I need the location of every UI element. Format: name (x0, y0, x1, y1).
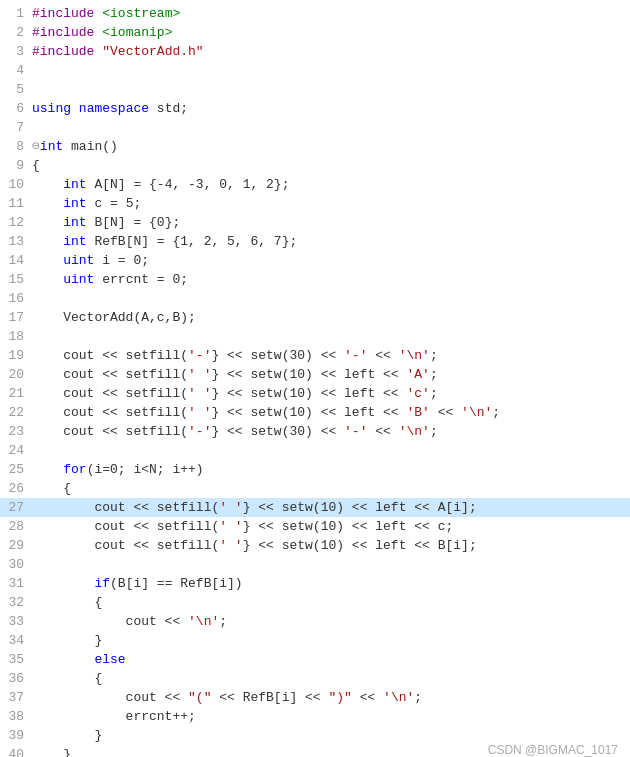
code-line: 17 VectorAdd(A,c,B); (0, 308, 630, 327)
line-number: 5 (0, 80, 32, 99)
code-line: 26 { (0, 479, 630, 498)
code-line: 12 int B[N] = {0}; (0, 213, 630, 232)
line-content: cout << setfill(' '} << setw(10) << left… (32, 498, 630, 517)
code-line: 5 (0, 80, 630, 99)
line-content: { (32, 669, 630, 688)
line-number: 12 (0, 213, 32, 232)
line-number: 40 (0, 745, 32, 757)
line-number: 1 (0, 4, 32, 23)
code-line: 37 cout << "(" << RefB[i] << ")" << '\n'… (0, 688, 630, 707)
line-number: 14 (0, 251, 32, 270)
line-number: 15 (0, 270, 32, 289)
line-number: 7 (0, 118, 32, 137)
code-line: 11 int c = 5; (0, 194, 630, 213)
line-number: 8 (0, 137, 32, 156)
line-number: 32 (0, 593, 32, 612)
line-content: cout << setfill(' '} << setw(10) << left… (32, 536, 630, 555)
code-line: 21 cout << setfill(' '} << setw(10) << l… (0, 384, 630, 403)
code-container: 1#include <iostream>2#include <iomanip>3… (0, 0, 630, 757)
line-number: 36 (0, 669, 32, 688)
line-number: 2 (0, 23, 32, 42)
line-content: if(B[i] == RefB[i]) (32, 574, 630, 593)
line-content: #include <iomanip> (32, 23, 630, 42)
code-line: 25 for(i=0; i<N; i++) (0, 460, 630, 479)
line-content: for(i=0; i<N; i++) (32, 460, 630, 479)
code-line: 16 (0, 289, 630, 308)
line-number: 21 (0, 384, 32, 403)
line-number: 4 (0, 61, 32, 80)
watermark-text: CSDN @BIGMAC_1017 (488, 741, 618, 757)
line-number: 17 (0, 308, 32, 327)
line-number: 28 (0, 517, 32, 536)
line-number: 27 (0, 498, 32, 517)
line-content: uint errcnt = 0; (32, 270, 630, 289)
line-number: 22 (0, 403, 32, 422)
code-line: 33 cout << '\n'; (0, 612, 630, 631)
code-line: 27 cout << setfill(' '} << setw(10) << l… (0, 498, 630, 517)
code-line: 9{ (0, 156, 630, 175)
code-line: 36 { (0, 669, 630, 688)
line-number: 33 (0, 612, 32, 631)
code-line: 23 cout << setfill('-'} << setw(30) << '… (0, 422, 630, 441)
code-line: 30 (0, 555, 630, 574)
code-line: 1#include <iostream> (0, 4, 630, 23)
line-number: 34 (0, 631, 32, 650)
line-number: 11 (0, 194, 32, 213)
line-content: uint i = 0; (32, 251, 630, 270)
code-line: 3#include "VectorAdd.h" (0, 42, 630, 61)
line-content: { (32, 479, 630, 498)
line-content: { (32, 156, 630, 175)
code-line: 2#include <iomanip> (0, 23, 630, 42)
line-content: { (32, 593, 630, 612)
line-number: 18 (0, 327, 32, 346)
line-content: else (32, 650, 630, 669)
line-content: cout << setfill('-'} << setw(30) << '-' … (32, 422, 630, 441)
line-number: 37 (0, 688, 32, 707)
line-content: } (32, 631, 630, 650)
line-number: 13 (0, 232, 32, 251)
code-line: 28 cout << setfill(' '} << setw(10) << l… (0, 517, 630, 536)
line-number: 24 (0, 441, 32, 460)
line-number: 20 (0, 365, 32, 384)
line-content: cout << setfill('-'} << setw(30) << '-' … (32, 346, 630, 365)
line-number: 35 (0, 650, 32, 669)
code-line: 38 errcnt++; (0, 707, 630, 726)
code-line: 22 cout << setfill(' '} << setw(10) << l… (0, 403, 630, 422)
line-number: 6 (0, 99, 32, 118)
code-line: 19 cout << setfill('-'} << setw(30) << '… (0, 346, 630, 365)
line-content: int c = 5; (32, 194, 630, 213)
code-line: 20 cout << setfill(' '} << setw(10) << l… (0, 365, 630, 384)
line-content: cout << "(" << RefB[i] << ")" << '\n'; (32, 688, 630, 707)
line-number: 31 (0, 574, 32, 593)
code-line: 32 { (0, 593, 630, 612)
line-content: errcnt++; (32, 707, 630, 726)
line-content: cout << setfill(' '} << setw(10) << left… (32, 403, 630, 422)
line-number: 26 (0, 479, 32, 498)
line-number: 9 (0, 156, 32, 175)
line-number: 25 (0, 460, 32, 479)
line-number: 19 (0, 346, 32, 365)
line-content: cout << '\n'; (32, 612, 630, 631)
code-line: 24 (0, 441, 630, 460)
code-line: 14 uint i = 0; (0, 251, 630, 270)
line-content: #include "VectorAdd.h" (32, 42, 630, 61)
line-number: 10 (0, 175, 32, 194)
line-number: 30 (0, 555, 32, 574)
code-line: 7 (0, 118, 630, 137)
line-content: VectorAdd(A,c,B); (32, 308, 630, 327)
code-line: 15 uint errcnt = 0; (0, 270, 630, 289)
line-content: #include <iostream> (32, 4, 630, 23)
line-content: cout << setfill(' '} << setw(10) << left… (32, 365, 630, 384)
line-content: cout << setfill(' '} << setw(10) << left… (32, 384, 630, 403)
line-content: int B[N] = {0}; (32, 213, 630, 232)
code-line: 8⊖int main() (0, 137, 630, 156)
code-line: 18 (0, 327, 630, 346)
code-line: 4 (0, 61, 630, 80)
line-content: ⊖int main() (32, 137, 630, 156)
line-content: int A[N] = {-4, -3, 0, 1, 2}; (32, 175, 630, 194)
line-number: 23 (0, 422, 32, 441)
line-content: using namespace std; (32, 99, 630, 118)
code-line: 10 int A[N] = {-4, -3, 0, 1, 2}; (0, 175, 630, 194)
line-number: 3 (0, 42, 32, 61)
code-line: 6using namespace std; (0, 99, 630, 118)
